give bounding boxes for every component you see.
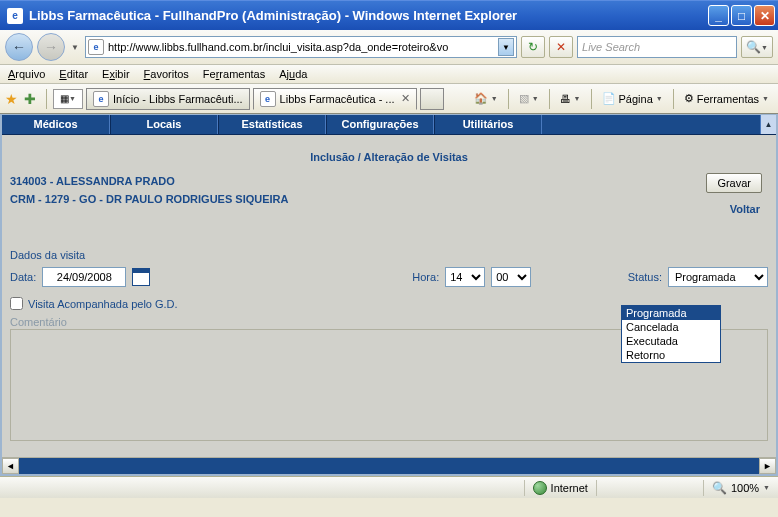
horizontal-scrollbar[interactable]: ◄ ► <box>2 457 776 474</box>
favorites-star-icon[interactable]: ★ <box>5 91 21 107</box>
app-tab-estatisticas[interactable]: Estatísticas <box>218 115 326 134</box>
date-label: Data: <box>10 271 36 283</box>
tools-menu-button[interactable]: ⚙Ferramentas▼ <box>680 88 773 110</box>
status-option-retorno[interactable]: Retorno <box>622 348 720 362</box>
app-nav: Médicos Locais Estatísticas Configuraçõe… <box>2 115 776 135</box>
page-favicon-icon: e <box>88 39 104 55</box>
menu-bar: AArquivorquivo Editar Exibir Favoritos F… <box>0 65 778 84</box>
security-zone[interactable]: Internet <box>533 481 588 495</box>
separator <box>596 480 597 496</box>
status-select[interactable]: Programada <box>668 267 768 287</box>
scroll-right-button[interactable]: ► <box>759 458 776 474</box>
gd-checkbox-label: Visita Acompanhada pelo G.D. <box>28 298 178 310</box>
page-body: Inclusão / Alteração de Visitas 314003 -… <box>2 135 776 455</box>
status-option-executada[interactable]: Executada <box>622 334 720 348</box>
rss-icon: ▧ <box>519 92 529 105</box>
browser-tab-2[interactable]: e Libbs Farmacêutica - ... ✕ <box>253 88 417 110</box>
tools-menu-label: Ferramentas <box>697 93 759 105</box>
minute-select[interactable]: 00 <box>491 267 531 287</box>
separator <box>591 89 592 109</box>
search-button[interactable]: 🔍▼ <box>741 36 773 58</box>
search-placeholder: Live Search <box>582 41 640 53</box>
nav-history-dropdown[interactable]: ▼ <box>69 33 81 61</box>
time-label: Hora: <box>412 271 439 283</box>
menu-ferramentas[interactable]: Ferramentas <box>203 68 265 80</box>
tab-label: Libbs Farmacêutica - ... <box>280 93 395 105</box>
app-tab-locais[interactable]: Locais <box>110 115 218 134</box>
feeds-button[interactable]: ▧▼ <box>515 88 543 110</box>
search-box[interactable]: Live Search <box>577 36 737 58</box>
zoom-control[interactable]: 🔍 100% ▼ <box>712 481 770 495</box>
status-dropdown-list[interactable]: Programada Cancelada Executada Retorno <box>621 305 721 363</box>
separator <box>703 480 704 496</box>
app-tab-configuracoes[interactable]: Configurações <box>326 115 434 134</box>
back-button[interactable]: ← <box>5 33 33 61</box>
gear-icon: ⚙ <box>684 92 694 105</box>
status-option-programada[interactable]: Programada <box>622 306 720 320</box>
nav-toolbar: ← → ▼ e ▼ ↻ ✕ Live Search 🔍▼ <box>0 30 778 65</box>
address-dropdown[interactable]: ▼ <box>498 38 514 56</box>
zoom-icon: 🔍 <box>712 481 727 495</box>
print-button[interactable]: 🖶▼ <box>556 88 585 110</box>
app-tab-utilitarios[interactable]: Utilitários <box>434 115 542 134</box>
hour-select[interactable]: 14 <box>445 267 485 287</box>
page-icon: 📄 <box>602 92 616 105</box>
window-titlebar: e Libbs Farmacêutica - FullhandPro (Admi… <box>0 0 778 30</box>
menu-ajuda[interactable]: Ajuda <box>279 68 307 80</box>
browser-tab-1[interactable]: e Início - Libbs Farmacêuti... <box>86 88 250 110</box>
visit-form-row: Data: Hora: 14 00 Status: Programada <box>10 267 768 287</box>
page-menu-button[interactable]: 📄Página▼ <box>598 88 667 110</box>
app-tab-medicos[interactable]: Médicos <box>2 115 110 134</box>
minimize-button[interactable]: _ <box>708 5 729 26</box>
menu-arquivo[interactable]: AArquivorquivo <box>8 68 45 80</box>
rep-info: 314003 - ALESSANDRA PRADO <box>10 175 768 187</box>
new-tab-button[interactable] <box>420 88 444 110</box>
date-input[interactable] <box>42 267 126 287</box>
back-link[interactable]: Voltar <box>730 203 760 215</box>
content-viewport: Médicos Locais Estatísticas Configuraçõe… <box>0 114 778 476</box>
maximize-button[interactable]: □ <box>731 5 752 26</box>
separator <box>508 89 509 109</box>
tab-toolbar: ★ ✚ ▦ ▼ e Início - Libbs Farmacêuti... e… <box>0 84 778 114</box>
add-favorite-icon[interactable]: ✚ <box>24 91 40 107</box>
gd-checkbox[interactable] <box>10 297 23 310</box>
tab-close-icon[interactable]: ✕ <box>401 92 410 105</box>
tab-favicon-icon: e <box>260 91 276 107</box>
scroll-up-button[interactable]: ▲ <box>760 115 776 134</box>
menu-favoritos[interactable]: Favoritos <box>144 68 189 80</box>
status-option-cancelada[interactable]: Cancelada <box>622 320 720 334</box>
doctor-info: CRM - 1279 - GO - DR PAULO RODRIGUES SIQ… <box>10 193 768 205</box>
forward-button[interactable]: → <box>37 33 65 61</box>
separator <box>673 89 674 109</box>
menu-editar[interactable]: Editar <box>59 68 88 80</box>
chevron-down-icon: ▼ <box>763 484 770 491</box>
scroll-track[interactable] <box>19 458 759 474</box>
tab-label: Início - Libbs Farmacêuti... <box>113 93 243 105</box>
status-label: Status: <box>628 271 662 283</box>
separator <box>524 480 525 496</box>
separator <box>46 89 47 109</box>
section-header: Dados da visita <box>10 249 768 261</box>
zone-label: Internet <box>551 482 588 494</box>
close-button[interactable]: ✕ <box>754 5 775 26</box>
home-button[interactable]: 🏠▼ <box>470 88 502 110</box>
menu-exibir[interactable]: Exibir <box>102 68 130 80</box>
window-title: Libbs Farmacêutica - FullhandPro (Admini… <box>27 8 708 23</box>
refresh-button[interactable]: ↻ <box>521 36 545 58</box>
ie-icon: e <box>7 8 23 24</box>
scroll-left-button[interactable]: ◄ <box>2 458 19 474</box>
quick-tabs-button[interactable]: ▦ ▼ <box>53 89 83 109</box>
page-menu-label: Página <box>619 93 653 105</box>
status-bar: Internet 🔍 100% ▼ <box>0 476 778 498</box>
separator <box>549 89 550 109</box>
page-title: Inclusão / Alteração de Visitas <box>10 151 768 163</box>
stop-button[interactable]: ✕ <box>549 36 573 58</box>
address-bar[interactable]: e ▼ <box>85 36 517 58</box>
address-input[interactable] <box>104 41 498 53</box>
calendar-icon[interactable] <box>132 268 150 286</box>
internet-zone-icon <box>533 481 547 495</box>
save-button[interactable]: Gravar <box>706 173 762 193</box>
tab-favicon-icon: e <box>93 91 109 107</box>
print-icon: 🖶 <box>560 93 571 105</box>
zoom-value: 100% <box>731 482 759 494</box>
